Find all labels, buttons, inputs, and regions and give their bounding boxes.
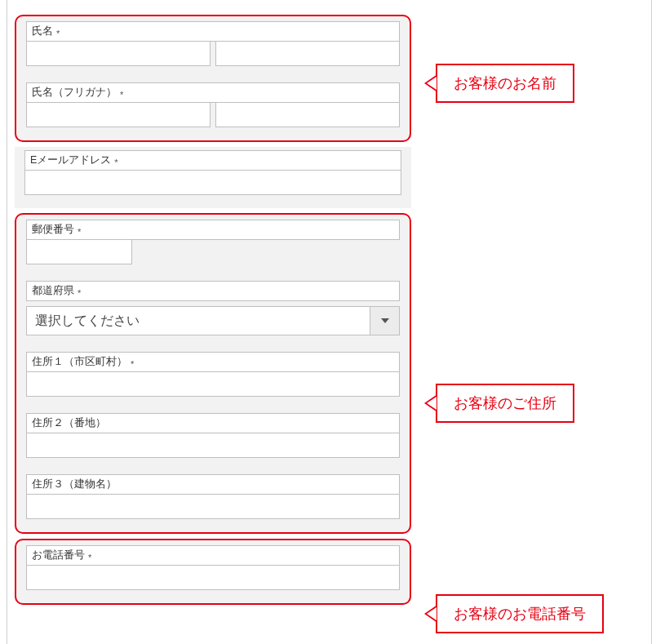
field-name: 氏名 * [26,21,400,66]
label-addr1: 住所１（市区町村） * [26,352,400,372]
field-addr3: 住所３（建物名） [26,474,400,519]
label-postal: 郵便番号 * [26,220,400,240]
label-postal-text: 郵便番号 [32,223,74,237]
page-border-right [651,0,652,644]
callout-arrow-icon [424,394,437,412]
field-addr1: 住所１（市区町村） * [26,352,400,397]
input-addr1[interactable] [26,372,400,397]
required-mark: * [131,359,134,369]
section-address: 郵便番号 * 都道府県 * 選択してください [15,213,411,534]
label-phone: お電話番号 * [26,545,400,566]
input-postal[interactable] [26,240,132,264]
select-pref-button[interactable] [370,306,400,335]
section-phone: お電話番号 * [15,539,411,605]
input-addr2[interactable] [26,433,400,458]
label-email-text: Eメールアドレス [30,153,111,167]
required-mark: * [78,227,81,237]
label-addr2-text: 住所２（番地） [32,416,106,430]
callout-arrow-icon [424,74,437,92]
label-pref: 都道府県 * [26,281,400,301]
required-mark: * [78,288,81,298]
callout-address-text: お客様のご住所 [436,384,574,423]
label-name-kana: 氏名（フリガナ） * [26,82,400,103]
label-name: 氏名 * [26,21,400,42]
field-phone: お電話番号 * [26,545,400,590]
input-addr3[interactable] [26,495,400,519]
input-firstname-kana[interactable] [215,103,400,127]
label-addr2: 住所２（番地） [26,413,400,433]
label-pref-text: 都道府県 [32,284,74,298]
label-name-kana-text: 氏名（フリガナ） [32,86,117,100]
field-email: Eメールアドレス * [24,150,401,195]
field-name-kana: 氏名（フリガナ） * [26,82,400,127]
form-column: 氏名 * 氏名（フリガナ） * [15,0,411,605]
select-pref-value: 選択してください [26,306,370,335]
callout-phone-text: お客様のお電話番号 [436,594,604,633]
callout-phone: お客様のお電話番号 [424,594,604,633]
label-addr1-text: 住所１（市区町村） [32,355,127,369]
input-phone[interactable] [26,566,400,590]
field-pref: 都道府県 * 選択してください [26,281,400,335]
section-name: 氏名 * 氏名（フリガナ） * [15,15,411,142]
label-addr3: 住所３（建物名） [26,474,400,495]
required-mark: * [114,158,117,167]
callout-name: お客様のお名前 [424,64,574,103]
input-firstname[interactable] [215,42,400,66]
required-mark: * [56,29,60,38]
field-postal: 郵便番号 * [26,220,400,264]
label-email: Eメールアドレス * [24,150,401,171]
required-mark: * [120,90,123,100]
page-border-left [7,0,7,644]
input-email[interactable] [24,171,401,195]
label-name-text: 氏名 [32,24,53,38]
input-lastname-kana[interactable] [26,103,211,127]
callout-name-text: お客様のお名前 [436,64,574,103]
callout-arrow-icon [424,605,437,623]
field-addr2: 住所２（番地） [26,413,400,458]
chevron-down-icon [381,318,389,323]
required-mark: * [88,553,91,562]
select-pref[interactable]: 選択してください [26,306,400,335]
callout-address: お客様のご住所 [424,384,574,423]
label-phone-text: お電話番号 [32,549,85,562]
label-addr3-text: 住所３（建物名） [32,477,117,491]
section-email: Eメールアドレス * [15,147,411,208]
input-lastname[interactable] [26,42,211,66]
